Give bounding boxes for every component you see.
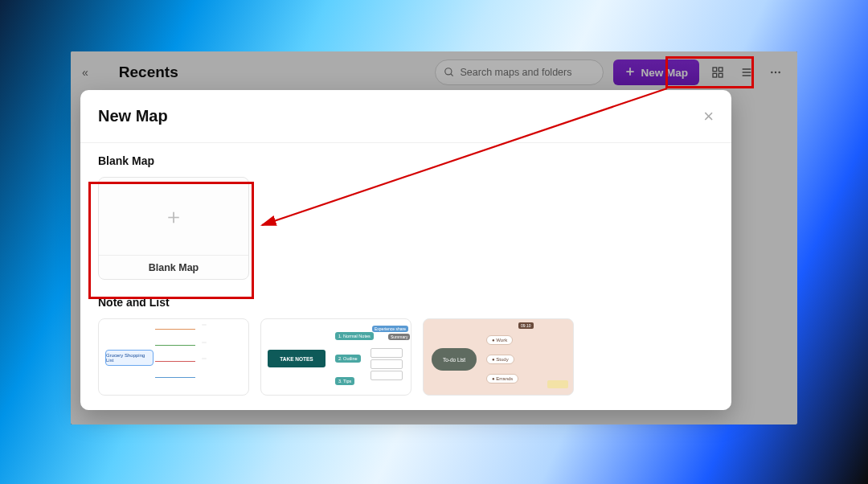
template-root-label: TAKE NOTES [268, 350, 326, 367]
blank-map-card-label: Blank Map [99, 255, 248, 279]
section-title-note-list: Note and List [98, 296, 714, 309]
template-card-grocery[interactable]: Grocery Shopping List [98, 318, 249, 396]
template-root-label: Grocery Shopping List [105, 350, 154, 366]
modal-title: New Map [98, 107, 168, 125]
blank-map-thumb: ＋ [99, 178, 248, 255]
modal-body: Blank Map ＋ Blank Map Note and List Groc… [80, 143, 731, 410]
new-map-modal: New Map × Blank Map ＋ Blank Map Note and… [80, 90, 731, 410]
blank-map-card[interactable]: ＋ Blank Map [98, 177, 249, 280]
section-title-blank: Blank Map [98, 154, 714, 167]
modal-header: New Map × [80, 90, 731, 143]
template-card-take-notes[interactable]: TAKE NOTES 1. Normal Notes 2. Outline 3.… [260, 318, 411, 396]
close-icon[interactable]: × [703, 108, 714, 125]
template-root-label: To-do List [432, 348, 477, 371]
plus-icon: ＋ [163, 203, 184, 231]
template-card-todo[interactable]: To-do List 09.10 ● Work ● Study ● Errand… [423, 318, 574, 396]
